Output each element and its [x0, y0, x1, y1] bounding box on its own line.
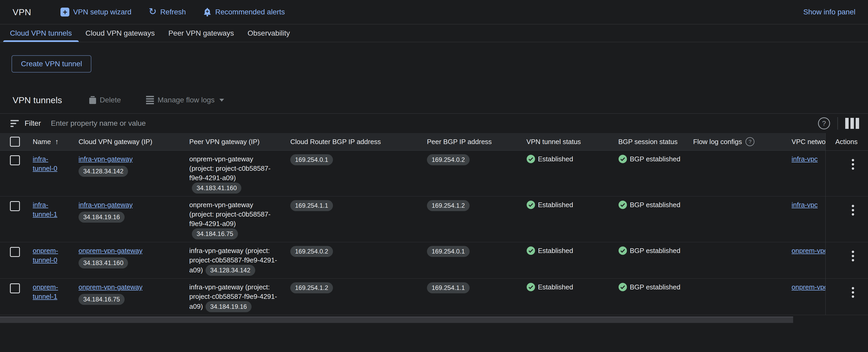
column-header-tunnel-status[interactable]: VPN tunnel status [526, 133, 618, 150]
help-icon[interactable]: ? [745, 137, 754, 146]
tab-peer-vpn-gateways[interactable]: Peer VPN gateways [161, 24, 241, 42]
bgp-status-text: BGP established [630, 155, 680, 163]
ip-chip: 34.184.19.16 [79, 212, 125, 223]
flow-log-cell [693, 278, 792, 315]
vpc-link[interactable]: onprem-vpc [792, 283, 826, 291]
bgp-status-text: BGP established [630, 201, 680, 209]
vpc-link[interactable]: infra-vpc [792, 155, 818, 163]
tab-observability[interactable]: Observability [241, 24, 297, 42]
refresh-label: Refresh [160, 8, 186, 16]
column-header-peer-gateway[interactable]: Peer VPN gateway (IP) [189, 133, 290, 150]
recommended-alerts-label: Recommended alerts [215, 8, 285, 16]
filter-bar: Filter ? [0, 114, 868, 133]
filter-icon [10, 120, 19, 127]
ip-chip: 34.184.19.16 [206, 301, 252, 312]
ip-chip: 169.254.1.1 [290, 200, 333, 211]
row-checkbox[interactable] [10, 201, 20, 211]
create-vpn-tunnel-button[interactable]: Create VPN tunnel [11, 55, 91, 72]
tunnel-status-text: Established [538, 155, 573, 163]
tunnel-link[interactable]: infra-tunnel-0 [33, 155, 57, 172]
tunnel-status-text: Established [538, 247, 573, 255]
show-info-panel-button[interactable]: Show info panel [803, 8, 856, 16]
flow-log-cell [693, 151, 792, 196]
scrollbar-thumb[interactable] [0, 317, 793, 323]
list-icon [146, 96, 154, 104]
delete-button[interactable]: Delete [89, 96, 121, 104]
delete-label: Delete [100, 96, 121, 104]
table-panel: Filter ? Name ↑ Cloud VPN gateway (IP) P… [0, 113, 868, 315]
tunnel-link[interactable]: onprem-tunnel-0 [33, 247, 58, 264]
bgp-status-text: BGP established [630, 247, 680, 255]
ip-chip: 169.254.0.2 [290, 246, 333, 257]
ip-chip: 34.128.34.142 [79, 166, 128, 177]
divider [837, 117, 838, 130]
ip-chip: 34.184.16.75 [79, 294, 125, 305]
recommended-alerts-button[interactable]: Recommended alerts [203, 8, 285, 17]
row-actions-button[interactable] [851, 204, 855, 216]
ip-chip: 34.128.34.142 [206, 265, 255, 276]
check-circle-icon [618, 246, 627, 255]
page-title: VPN [12, 7, 31, 17]
tunnel-link[interactable]: infra-tunnel-1 [33, 201, 57, 218]
vpc-link[interactable]: infra-vpc [792, 201, 818, 209]
vpn-setup-wizard-label: VPN setup wizard [73, 8, 131, 16]
column-header-flow-logs[interactable]: Flow log configs ? [693, 133, 792, 150]
notification-add-icon [203, 8, 212, 17]
vpn-setup-wizard-button[interactable]: + VPN setup wizard [60, 8, 131, 17]
row-actions-button[interactable] [851, 286, 855, 299]
tab-bar: Cloud VPN tunnels Cloud VPN gateways Pee… [0, 24, 868, 42]
chevron-down-icon [219, 99, 224, 101]
refresh-button[interactable]: ↻ Refresh [149, 7, 186, 17]
tab-cloud-vpn-gateways[interactable]: Cloud VPN gateways [79, 24, 162, 42]
column-header-vpc-network[interactable]: VPC network [792, 133, 826, 150]
sort-ascending-icon: ↑ [55, 138, 59, 146]
select-all-checkbox[interactable] [10, 137, 20, 147]
tunnel-link[interactable]: onprem-tunnel-1 [33, 283, 58, 300]
table-row: infra-tunnel-1 infra-vpn-gateway 34.184.… [0, 197, 868, 242]
row-checkbox[interactable] [10, 155, 20, 165]
column-label: Name [33, 138, 51, 146]
add-box-icon: + [60, 8, 69, 17]
table-row: onprem-tunnel-1 onprem-vpn-gateway 34.18… [0, 278, 868, 315]
column-display-icon[interactable] [845, 118, 859, 129]
check-circle-icon [526, 200, 535, 209]
row-checkbox[interactable] [10, 247, 20, 257]
tab-cloud-vpn-tunnels[interactable]: Cloud VPN tunnels [3, 24, 79, 42]
check-circle-icon [618, 200, 627, 209]
table-row: infra-tunnel-0 infra-vpn-gateway 34.128.… [0, 151, 868, 197]
peer-gateway-text: onprem-vpn-gateway (project: project-c0b… [189, 155, 271, 182]
column-header-actions: Actions [826, 133, 868, 150]
help-icon[interactable]: ? [818, 117, 830, 129]
check-circle-icon [526, 154, 535, 164]
vpc-link[interactable]: onprem-vpc [792, 247, 826, 255]
ip-chip: 169.254.0.2 [427, 154, 470, 165]
ip-chip: 169.254.1.2 [427, 200, 470, 211]
column-header-cloud-router-bgp-ip[interactable]: Cloud Router BGP IP address [290, 133, 427, 150]
manage-flow-logs-button[interactable]: Manage flow logs [146, 96, 224, 104]
section-title: VPN tunnels [12, 95, 62, 105]
check-circle-icon [526, 246, 535, 255]
check-circle-icon [618, 283, 627, 292]
column-header-name[interactable]: Name ↑ [27, 133, 79, 150]
row-actions-button[interactable] [851, 158, 855, 171]
refresh-icon: ↻ [149, 7, 157, 16]
table-row: onprem-tunnel-0 onprem-vpn-gateway 34.18… [0, 242, 868, 278]
gateway-link[interactable]: onprem-vpn-gateway [79, 283, 143, 291]
ip-chip: 34.183.41.160 [79, 258, 128, 268]
manage-flow-logs-label: Manage flow logs [158, 96, 215, 104]
gateway-link[interactable]: infra-vpn-gateway [79, 201, 133, 209]
peer-gateway-text: onprem-vpn-gateway (project: project-c0b… [189, 201, 271, 228]
row-checkbox[interactable] [10, 283, 20, 293]
filter-input[interactable] [50, 119, 818, 128]
column-header-peer-bgp-ip[interactable]: Peer BGP IP address [427, 133, 526, 150]
ip-chip: 169.254.1.1 [427, 282, 470, 293]
row-actions-button[interactable] [851, 250, 855, 262]
gateway-link[interactable]: onprem-vpn-gateway [79, 247, 143, 255]
flow-log-cell [693, 242, 792, 278]
tunnel-status-text: Established [538, 201, 573, 209]
column-header-cloud-gateway[interactable]: Cloud VPN gateway (IP) [79, 133, 189, 150]
trash-icon [89, 96, 96, 104]
ip-chip: 169.254.1.2 [290, 282, 333, 293]
column-header-bgp-status[interactable]: BGP session status [618, 133, 693, 150]
gateway-link[interactable]: infra-vpn-gateway [79, 155, 133, 163]
